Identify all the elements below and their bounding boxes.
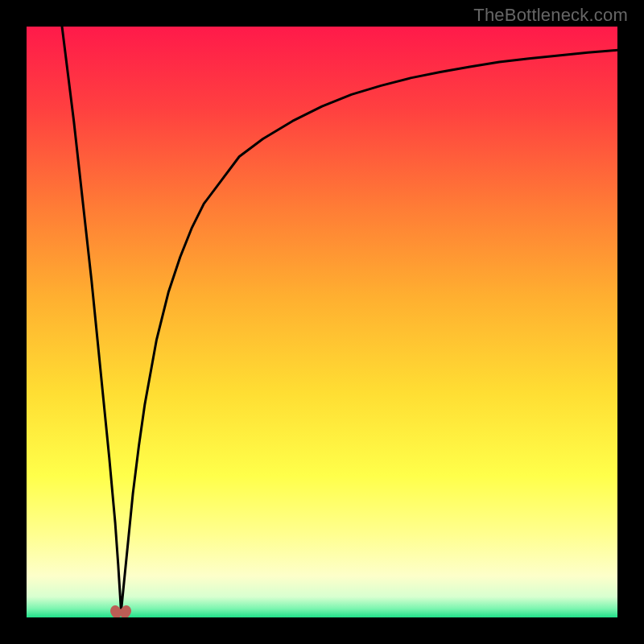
watermark-text: TheBottleneck.com xyxy=(473,5,628,26)
chart-frame: TheBottleneck.com xyxy=(0,0,644,644)
bottleneck-curve xyxy=(27,27,617,617)
plot-area xyxy=(27,27,617,617)
